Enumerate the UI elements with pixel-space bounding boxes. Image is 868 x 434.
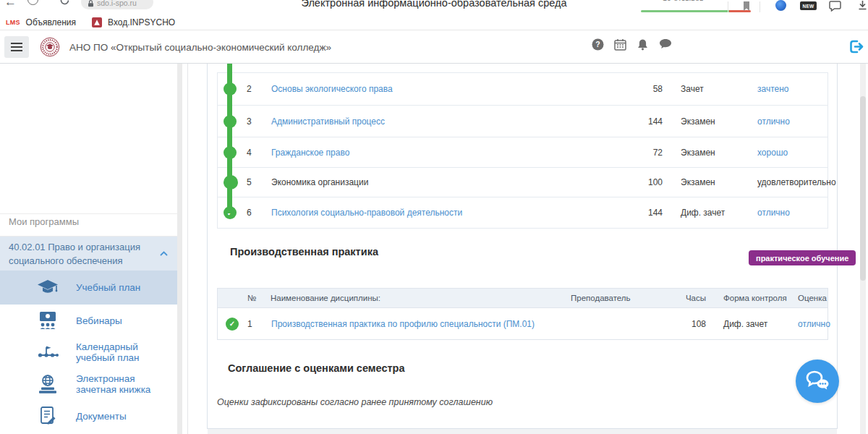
status-check-icon: ✓ [226,318,239,331]
browser-chat-icon[interactable] [829,0,841,12]
browser-forward-icon[interactable] [27,0,38,5]
table-row: 5 Экономика организации 100 Экзамен удов… [218,168,827,197]
help-icon[interactable]: ? [592,38,604,51]
table-row: ✓ 6 Психология социально-правовой деятел… [218,197,827,228]
toolbar-separator [760,1,760,12]
control-form: Экзамен [681,116,715,127]
sidebar-item-curriculum[interactable]: Учебный план [0,271,177,305]
toolbar-separator [728,1,728,12]
hours-value: 144 [634,116,663,127]
agreement-section-title: Соглашение с оценками семестра [228,362,405,374]
grade-link[interactable]: зачтено [757,84,789,94]
download-icon[interactable] [858,0,868,11]
grade-link[interactable]: отлично [798,319,830,329]
control-form: Диф. зачет [723,319,767,329]
url-text: sdo.i-spo.ru [97,0,137,7]
table-row: ✓ 1 Производственная практика по профилю… [218,308,827,339]
college-title: АНО ПО «Открытый социально-экономический… [69,30,331,64]
grade-link[interactable]: хорошо [757,148,788,158]
new-badge[interactable]: NEW [800,1,817,10]
row-number: 3 [247,116,252,127]
discipline-link[interactable]: Основы экологического права [271,84,393,94]
svg-text:?: ? [595,40,600,48]
practice-table-header: № Наименование дисциплины: Преподаватель… [218,289,827,308]
milestones-icon [36,341,59,364]
row-number: 2 [247,84,252,94]
hours-value: 58 [634,84,663,94]
browser-back-icon[interactable]: ← [4,0,17,9]
sidebar: Мои программы 40.02.01 Право и организац… [0,64,188,434]
bookmark-inpsycho[interactable]: Вход.INPSYCHO [108,17,175,27]
bookmarks-bar: LMS Объявления Вход.INPSYCHO [0,14,868,30]
notifications-bell-icon[interactable] [637,38,649,51]
sidebar-item-gradebook[interactable]: Электронная зачетная книжка [0,368,177,400]
practice-table: № Наименование дисциплины: Преподаватель… [217,288,828,340]
college-logo [40,37,60,57]
discipline-name: Экономика организации [271,177,368,187]
col-header-discipline: Наименование дисциплины: [271,294,380,302]
control-form: Зачет [681,84,704,94]
progress-timeline [227,64,232,213]
discipline-link[interactable]: Производственная практика по профилю спе… [271,319,535,329]
program-title: 40.02.01 Право и организация социального… [9,242,140,266]
col-header-hours: Часы [677,294,706,302]
hours-value: 108 [677,319,706,329]
chat-bubbles-icon [804,370,830,393]
calendar-icon[interactable] [614,38,626,51]
screen: ← sdo.i-spo.ru Электронная информационно… [0,0,868,434]
chat-widget-button[interactable] [796,359,839,403]
sidebar-scrollbar[interactable] [177,64,182,434]
col-header-grade: Оценка [798,294,827,302]
row-number: 4 [247,148,252,158]
lock-icon [88,0,94,7]
address-bar[interactable]: sdo.i-spo.ru [81,0,153,9]
practice-type-badge: практическое обучение [749,250,856,265]
bookmark-announcements[interactable]: Объявления [26,17,76,27]
discipline-link[interactable]: Психология социально-правовой деятельнос… [271,208,462,218]
webinar-icon [36,309,59,332]
document-icon [36,404,59,427]
sidebar-item-label: Вебинары [76,315,122,326]
main-content: ✓ 2 Основы экологического права 58 Зачет… [188,64,868,434]
semester-table: ✓ 2 Основы экологического права 58 Зачет… [217,72,828,229]
browser-toolbar: ← sdo.i-spo.ru Электронная информационно… [0,0,868,14]
divider [0,213,177,214]
grade-link[interactable]: отлично [757,208,790,218]
hours-value: 72 [634,148,663,158]
page-background-strip [208,429,837,434]
practice-section-title: Производственная практика [230,246,378,258]
sidebar-item-documents[interactable]: Документы [0,400,177,432]
grade-link[interactable]: отлично [757,116,790,127]
control-form: Экзамен [681,177,715,187]
hours-value: 144 [634,208,663,218]
row-number: 6 [247,208,252,218]
site-reviews-badge[interactable]: 19 отзывов [641,0,751,14]
logout-icon[interactable] [848,38,864,55]
row-number: 1 [247,319,252,329]
sidebar-item-label: Документы [76,411,127,422]
menu-toggle-button[interactable] [4,36,29,58]
browser-profile-icon[interactable] [775,0,786,11]
browser-reload-icon[interactable] [59,0,70,6]
sidebar-section-title: Мои программы [9,216,79,227]
chevron-up-icon [160,251,168,256]
bookmark-flag-icon[interactable] [742,1,751,12]
sidebar-item-calendar-plan[interactable]: Календарный учебный план [0,336,177,368]
discipline-link[interactable]: Административный процесс [271,116,385,127]
graduation-cap-icon [36,276,59,299]
agreement-note: Оценки зафиксированы согласно ранее прин… [217,397,493,407]
globe-books-icon [36,373,59,396]
discipline-link[interactable]: Гражданское право [271,148,349,158]
table-row: ✓ 2 Основы экологического права 58 Зачет… [218,73,827,106]
sidebar-item-label: Учебный план [76,282,140,293]
page-scrollbar-thumb[interactable] [860,96,866,281]
browser-page-title: Электронная информационно-образовательна… [301,0,566,9]
inpsycho-emblem-icon [92,17,102,27]
sidebar-program-toggle[interactable]: 40.02.01 Право и организация социального… [0,237,177,271]
col-header-control-form: Форма контроля [723,294,787,302]
sidebar-item-webinars[interactable]: Вебинары [0,305,177,336]
sidebar-item-label: Календарный учебный план [76,341,177,363]
messages-icon[interactable] [659,38,672,50]
col-header-teacher: Преподаватель [571,294,631,302]
reviews-rating-bar-positive [641,10,729,12]
